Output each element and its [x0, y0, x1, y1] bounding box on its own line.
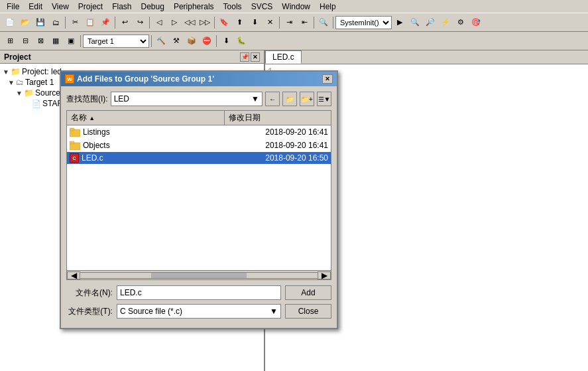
- clear-bookmarks-btn[interactable]: ✕: [263, 15, 277, 30]
- rebuild-btn[interactable]: ⚒: [169, 34, 184, 48]
- menu-edit[interactable]: Edit: [25, 1, 46, 12]
- source-group-expand-icon: ▼: [16, 90, 23, 97]
- toolbar2-btn4[interactable]: ▦: [48, 34, 63, 48]
- save-btn[interactable]: 💾: [33, 15, 48, 30]
- c-file-icon: C: [70, 153, 79, 163]
- unindent-btn[interactable]: ⇤: [297, 15, 312, 30]
- config-btn[interactable]: ⚙: [453, 15, 468, 30]
- filetype-dropdown[interactable]: C Source file (*.c) ▼: [117, 304, 281, 319]
- nav-btn1[interactable]: ◁: [152, 15, 166, 30]
- panel-controls: 📌 ✕: [240, 52, 260, 62]
- file-list: Listings 2018-09-20 16:41 Objects 2018-0…: [66, 125, 331, 271]
- filename-input[interactable]: [117, 285, 281, 300]
- prev-bookmark-btn[interactable]: ⬆: [232, 15, 247, 30]
- hscroll-right-btn[interactable]: ▶: [318, 271, 331, 279]
- close-button[interactable]: Close: [285, 304, 331, 319]
- toolbar2-btn3[interactable]: ⊠: [33, 34, 48, 48]
- panel-pin-btn[interactable]: 📌: [240, 52, 249, 62]
- hscroll[interactable]: ◀ ▶: [66, 271, 331, 280]
- menu-view[interactable]: View: [48, 1, 73, 12]
- tab-led-c[interactable]: LED.c: [265, 50, 302, 64]
- toolbar-1: 📄 📂 💾 🗂 ✂ 📋 📌 ↩ ↪ ◁ ▷ ◁◁ ▷▷ 🔖 ⬆ ⬇ ✕ ⇥ ⇤ …: [0, 13, 588, 32]
- menu-peripherals[interactable]: Peripherals: [170, 1, 218, 12]
- col-date[interactable]: 修改日期: [225, 111, 331, 125]
- start-debug-btn[interactable]: 🐛: [234, 34, 249, 48]
- menu-svcs[interactable]: SVCS: [247, 1, 277, 12]
- tab-led-c-label: LED.c: [272, 52, 294, 62]
- look-in-dropdown[interactable]: LED ▼: [111, 92, 263, 106]
- bookmark-btn[interactable]: 🔖: [217, 15, 231, 30]
- menu-debug[interactable]: Debug: [137, 1, 168, 12]
- add-button[interactable]: Add: [285, 285, 331, 300]
- menu-help[interactable]: Help: [316, 1, 340, 12]
- sep3: [149, 17, 150, 29]
- stop-build-btn[interactable]: ⛔: [200, 34, 214, 48]
- filename-listings: Listings: [83, 127, 235, 137]
- function-dropdown[interactable]: SystemInit(): [335, 16, 392, 29]
- root-project-icon: 📁: [11, 67, 21, 76]
- dialog-close-x-btn[interactable]: ✕: [322, 74, 333, 84]
- indent-btn[interactable]: ⇥: [282, 15, 296, 30]
- toolbar2-btn2[interactable]: ⊟: [18, 34, 32, 48]
- dialog-titlebar: W Add Files to Group 'Source Group 1' ✕: [61, 72, 337, 86]
- dropdown-arrow-icon: ▼: [251, 94, 259, 104]
- col-name[interactable]: 名称 ▲: [67, 111, 225, 125]
- nav-btn3[interactable]: ◁◁: [182, 15, 197, 30]
- menu-tools[interactable]: Tools: [219, 1, 246, 12]
- look-in-back-btn[interactable]: ←: [265, 92, 280, 106]
- target-search-btn[interactable]: ⚡: [438, 15, 453, 30]
- sep9: [151, 35, 152, 47]
- menu-project[interactable]: Project: [74, 1, 107, 12]
- list-item-objects[interactable]: Objects 2018-09-20 16:41: [67, 139, 331, 152]
- menubar: File Edit View Project Flash Debug Perip…: [0, 0, 588, 13]
- nav-btn2[interactable]: ▷: [167, 15, 182, 30]
- list-item-listings[interactable]: Listings 2018-09-20 16:41: [67, 125, 331, 139]
- date-ledc: 2018-09-20 16:50: [235, 153, 328, 163]
- next-bookmark-btn[interactable]: ⬇: [247, 15, 262, 30]
- look-in-view-btn[interactable]: ☰▼: [317, 92, 331, 106]
- cut-btn[interactable]: ✂: [68, 15, 82, 30]
- target-config-btn[interactable]: 🎯: [469, 15, 483, 30]
- list-item-ledc[interactable]: C LED.c 2018-09-20 16:50: [67, 152, 331, 164]
- redo-btn[interactable]: ↪: [133, 15, 147, 30]
- save-all-btn[interactable]: 🗂: [48, 15, 63, 30]
- menu-flash[interactable]: Flash: [108, 1, 135, 12]
- startup-icon: 📄: [32, 100, 41, 108]
- copy-btn[interactable]: 📋: [83, 15, 97, 30]
- panel-close-btn[interactable]: ✕: [251, 52, 260, 62]
- toolbar2-btn1[interactable]: ⊞: [3, 34, 17, 48]
- sep10: [216, 35, 217, 47]
- new-btn[interactable]: 📄: [3, 15, 17, 30]
- project-panel-title: Project: [4, 52, 31, 62]
- project-panel-header: Project 📌 ✕: [0, 50, 264, 64]
- look-in-new-btn[interactable]: 📁+: [300, 92, 314, 106]
- undo-btn[interactable]: ↩: [117, 15, 132, 30]
- search-btn[interactable]: 🔍: [316, 15, 331, 30]
- search-clear-btn[interactable]: 🔎: [423, 15, 438, 30]
- filename-row: 文件名(N): Add: [66, 285, 331, 300]
- add-files-dialog[interactable]: W Add Files to Group 'Source Group 1' ✕ …: [60, 70, 338, 329]
- download-btn[interactable]: ⬇: [219, 34, 233, 48]
- hscroll-thumb[interactable]: [151, 273, 246, 278]
- func-go-btn[interactable]: ▶: [392, 15, 407, 30]
- target-dropdown[interactable]: Target 1: [83, 35, 149, 48]
- folder-icon-listings: [70, 127, 80, 137]
- menu-file[interactable]: File: [3, 1, 23, 12]
- paste-btn[interactable]: 📌: [98, 15, 113, 30]
- filetype-label: 文件类型(T):: [66, 306, 113, 317]
- sep6: [314, 17, 314, 29]
- build-btn[interactable]: 🔨: [154, 34, 168, 48]
- sep5: [279, 17, 280, 29]
- func-search-btn[interactable]: 🔍: [408, 15, 422, 30]
- menu-window[interactable]: Window: [278, 1, 314, 12]
- toolbar2-btn5[interactable]: ▣: [64, 34, 78, 48]
- open-btn[interactable]: 📂: [18, 15, 32, 30]
- hscroll-left-btn[interactable]: ◀: [67, 271, 80, 279]
- batch-build-btn[interactable]: 📦: [184, 34, 199, 48]
- sep4: [214, 17, 215, 29]
- nav-btn4[interactable]: ▷▷: [198, 15, 212, 30]
- look-in-up-btn[interactable]: 📁: [282, 92, 297, 106]
- folder-icon-objects: [70, 140, 80, 151]
- date-objects: 2018-09-20 16:41: [235, 141, 328, 150]
- dialog-title-left: W Add Files to Group 'Source Group 1': [65, 74, 214, 84]
